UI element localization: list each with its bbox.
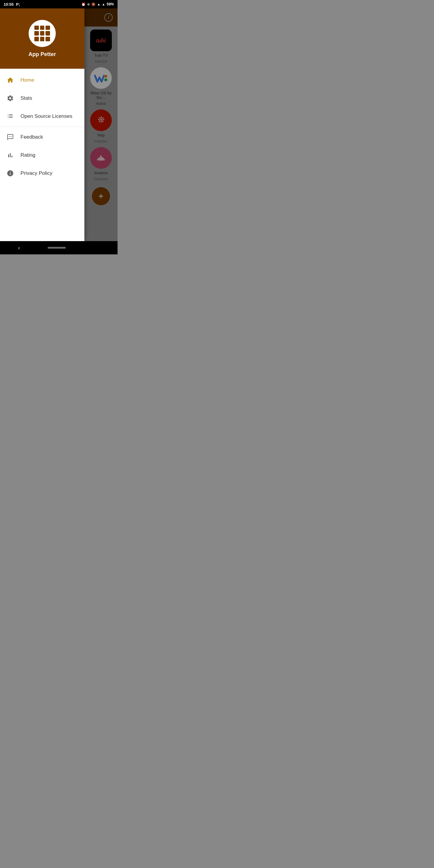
mute-icon: 🔕 [91,2,96,6]
back-button[interactable]: ‹ [18,245,20,251]
grid-cell [45,26,50,30]
sidebar-item-stats[interactable]: Stats [0,89,84,107]
grid-icon [34,26,50,41]
grid-cell [45,37,50,41]
app-container: App Petter Home Stats [0,8,118,241]
licenses-label: Open Source Licenses [21,113,72,119]
sidebar-item-feedback[interactable]: Feedback [0,128,84,146]
sidebar-item-rating[interactable]: Rating [0,146,84,164]
drawer-overlay[interactable] [84,8,118,241]
stats-label: Stats [21,95,32,101]
grid-cell [34,26,39,30]
grid-cell [40,37,44,41]
privacy-label: Privacy Policy [21,170,53,176]
sidebar-item-home[interactable]: Home [0,71,84,89]
status-time: 10:55 [4,2,13,7]
home-label: Home [21,77,34,83]
gear-icon [6,94,14,102]
home-pill[interactable] [48,247,66,249]
grid-cell [34,37,39,41]
grid-cell [40,31,44,36]
grid-cell [40,26,44,30]
privacy-info-icon [6,169,14,178]
grid-cell [34,31,39,36]
app-logo [29,20,56,47]
status-bar: 10:55 P; ⏰ ⊕ 🔕 ▲ ▲ 59% [0,0,118,8]
wifi-icon: ▲ [97,2,100,6]
bar-chart-icon [6,151,14,159]
alarm-icon: ⏰ [82,2,86,6]
battery-status: 59% [107,2,114,6]
status-right: ⏰ ⊕ 🔕 ▲ ▲ 59% [82,2,114,6]
navigation-drawer: App Petter Home Stats [0,8,84,241]
grid-cell [45,31,50,36]
drawer-navigation: Home Stats Open Source Licenses [0,69,84,241]
signal-icon: ▲ [102,2,105,6]
list-icon [6,112,14,121]
status-left: 10:55 P; [4,2,20,7]
feedback-icon [6,133,14,141]
app-name: App Petter [28,51,56,58]
sidebar-item-privacy[interactable]: Privacy Policy [0,164,84,182]
rating-label: Rating [21,152,35,158]
home-icon [6,76,14,84]
sidebar-item-licenses[interactable]: Open Source Licenses [0,107,84,125]
add-alarm-icon: ⊕ [87,2,90,6]
nav-divider [0,127,84,127]
drawer-header: App Petter [0,8,84,69]
bottom-nav-bar: ‹ [0,241,118,254]
feedback-label: Feedback [21,134,43,140]
parking-icon: P; [16,2,20,7]
